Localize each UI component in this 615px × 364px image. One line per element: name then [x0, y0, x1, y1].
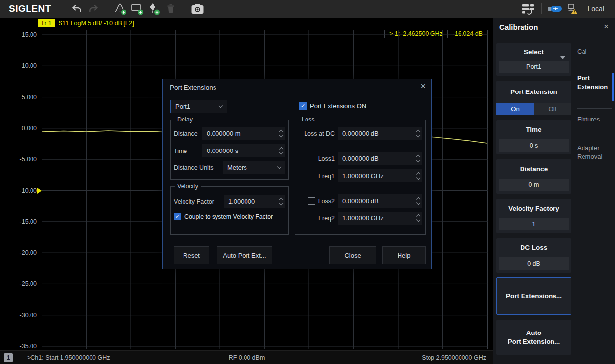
rf-power-label[interactable]: RF 0.00 dBm: [229, 354, 265, 361]
port-select-dropdown[interactable]: Port1: [170, 100, 227, 113]
spinner[interactable]: [280, 127, 283, 140]
dialog-close-icon[interactable]: ×: [420, 81, 426, 91]
distance-units-dropdown[interactable]: Meters: [223, 161, 285, 174]
tab-cal[interactable]: Cal: [577, 47, 587, 56]
delay-group: Delay Distance 0.000000 m Time 0.000000 …: [170, 120, 289, 180]
freq1-label: Freq1: [318, 173, 335, 180]
add-trace-icon: [114, 2, 127, 16]
spinner[interactable]: [280, 195, 283, 208]
delay-legend: Delay: [175, 116, 195, 123]
usb-status[interactable]: [547, 1, 563, 16]
channel-number-badge[interactable]: 1: [4, 353, 13, 362]
dropdown-arrow-icon: [560, 56, 565, 59]
port-extensions-dialog: Port Extensions × Port1 Port Extensions …: [162, 79, 432, 269]
help-button[interactable]: Help: [382, 246, 426, 264]
loss2-value: 0.000000 dB: [342, 197, 379, 205]
y-axis-tick: -20.00: [7, 249, 37, 256]
spinner[interactable]: [417, 127, 420, 140]
loss-at-dc-value: 0.000000 dB: [342, 130, 379, 137]
y-axis-tick: -25.00: [7, 280, 37, 287]
sidebar-close-icon[interactable]: ×: [604, 22, 609, 31]
auto-port-extension-button[interactable]: Auto Port Extension...: [496, 320, 571, 355]
auto-port-ext-button[interactable]: Auto Port Ext...: [217, 246, 272, 264]
delete-trace-button[interactable]: [162, 1, 179, 16]
toggle-off-button[interactable]: Off: [534, 103, 571, 115]
select-panel[interactable]: Select Port1: [496, 43, 571, 76]
redo-button[interactable]: [85, 1, 102, 16]
y-axis-tick: -35.00: [7, 343, 37, 350]
layout-refresh-button[interactable]: [520, 1, 536, 16]
toolbar-right-group: Local: [520, 1, 615, 16]
loss1-label: Loss1: [318, 155, 335, 162]
trace-badge[interactable]: Tr 1: [38, 19, 55, 27]
start-frequency-label[interactable]: >Ch1: Start 1.950000000 GHz: [27, 354, 110, 361]
add-trace-button[interactable]: [112, 1, 129, 16]
add-marker-button[interactable]: [146, 1, 162, 16]
time-panel[interactable]: Time 0 s: [496, 120, 571, 154]
checkbox-checked-icon[interactable]: [174, 213, 181, 220]
reset-button[interactable]: Reset: [174, 246, 209, 264]
port-extension-panel: Port Extension On Off: [496, 81, 571, 115]
loss-group: Loss Loss at DC 0.000000 dB Loss1 0.0000…: [295, 120, 426, 235]
channel-status-bar: 1 >Ch1: Start 1.950000000 GHz RF 0.00 dB…: [0, 350, 493, 364]
lan-warning-icon: [565, 3, 578, 15]
tab-adapter-removal[interactable]: Adapter Removal: [577, 144, 613, 161]
freq1-value: 1.000000 GHz: [342, 172, 384, 180]
redo-icon: [88, 3, 99, 15]
add-window-button[interactable]: [129, 1, 146, 16]
tab-divider: [577, 133, 612, 133]
select-value: Port1: [499, 61, 569, 73]
distance-input[interactable]: 0.000000 m: [202, 127, 285, 140]
loss-at-dc-input[interactable]: 0.000000 dB: [338, 127, 422, 140]
time-label: Time: [174, 148, 202, 154]
dialog-title: Port Extensions: [170, 84, 216, 91]
loss2-checkbox[interactable]: [308, 197, 315, 205]
port-extension-title: Port Extension: [496, 81, 571, 103]
port-extensions-on-checkbox[interactable]: Port Extensions ON: [299, 102, 366, 110]
velocity-factory-panel[interactable]: Velocity Factory 1: [496, 199, 571, 233]
distance-panel[interactable]: Distance 0 m: [496, 159, 571, 194]
tab-port-extension[interactable]: Port Extension: [577, 74, 613, 91]
port-extensions-menu-button[interactable]: Port Extensions...: [496, 277, 571, 315]
auto-port-extension-label-line2: Port Extension...: [508, 337, 560, 346]
tab-fixtures[interactable]: Fixtures: [577, 115, 600, 124]
spinner[interactable]: [417, 152, 420, 165]
velocity-factor-input[interactable]: 1.000000: [224, 195, 285, 208]
couple-velocity-checkbox[interactable]: Couple to system Velocity Factor: [174, 213, 285, 220]
loss2-input[interactable]: 0.000000 dB: [338, 194, 422, 208]
tab-divider: [577, 66, 612, 66]
local-button[interactable]: Local: [588, 5, 604, 13]
trace-format-label: S11 LogM 5 dB/ -10 dB [F2]: [59, 20, 134, 27]
trace-info-bar[interactable]: Tr 1 S11 LogM 5 dB/ -10 dB [F2]: [38, 19, 134, 27]
distance-units-value: Meters: [227, 164, 247, 171]
loss-at-dc-label: Loss at DC: [304, 130, 335, 137]
spinner[interactable]: [280, 144, 283, 157]
chevron-down-icon: [277, 165, 281, 169]
toggle-on-button[interactable]: On: [496, 103, 534, 115]
network-status[interactable]: [563, 1, 580, 16]
spinner[interactable]: [417, 194, 420, 208]
close-button[interactable]: Close: [329, 246, 376, 264]
freq1-input[interactable]: 1.000000 GHz: [338, 169, 422, 182]
spinner[interactable]: [417, 169, 420, 182]
y-axis-tick: 15.00: [7, 31, 37, 38]
undo-button[interactable]: [68, 1, 85, 16]
dc-loss-panel[interactable]: DC Loss 0 dB: [496, 238, 571, 273]
dc-loss-value: 0 dB: [499, 257, 569, 270]
add-window-icon: [130, 2, 144, 16]
y-axis-tick: -5.000: [7, 156, 37, 163]
freq2-input[interactable]: 1.000000 GHz: [338, 212, 422, 225]
loss1-checkbox[interactable]: [308, 155, 315, 162]
velocity-factor-value: 1.000000: [228, 198, 255, 205]
stop-frequency-label[interactable]: Stop 2.950000000 GHz: [422, 354, 486, 361]
time-value: 0.000000 s: [207, 147, 238, 154]
screenshot-button[interactable]: [189, 1, 206, 16]
loss1-input[interactable]: 0.000000 dB: [338, 152, 422, 165]
checkbox-checked-icon[interactable]: [299, 102, 307, 110]
toolbar-divider: [541, 3, 542, 14]
velocity-legend: Velocity: [175, 183, 201, 190]
spinner[interactable]: [417, 212, 420, 225]
calibration-sidebar: Calibration × Select Port1 Port Extensio…: [493, 18, 615, 364]
velocity-factory-title: Velocity Factory: [496, 199, 571, 218]
time-input[interactable]: 0.000000 s: [202, 144, 285, 157]
